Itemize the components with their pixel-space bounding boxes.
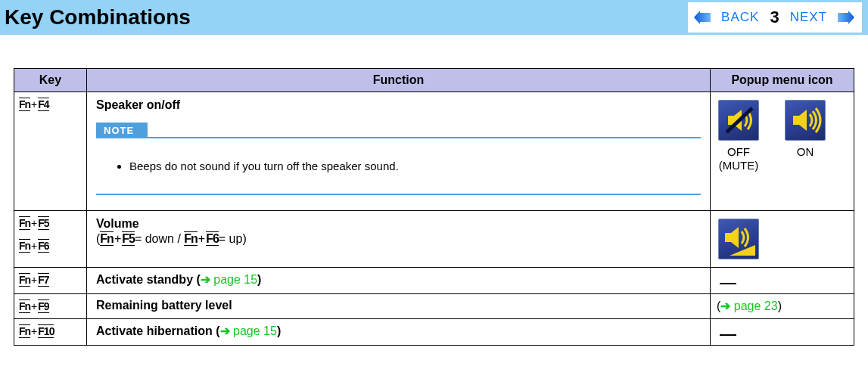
icon-cell: [711, 211, 854, 268]
next-arrow-icon[interactable]: [838, 11, 854, 24]
function-cell: Volume (Fn+F5= down / Fn+F6= up): [87, 211, 711, 268]
svg-marker-4: [793, 110, 807, 131]
back-link[interactable]: BACK: [721, 10, 759, 25]
icon-cell: [711, 319, 854, 346]
next-link[interactable]: NEXT: [790, 10, 827, 25]
table-row: Fn+F7 Activate standby (➔ page 15): [14, 268, 854, 294]
icon-cell: (➔ page 23): [711, 294, 854, 319]
volume-detail: (Fn+F5= down / Fn+F6= up): [96, 232, 701, 246]
speaker-volume-icon: [718, 219, 759, 259]
key-cell: Fn+F4: [14, 92, 87, 211]
th-function: Function: [87, 69, 711, 92]
svg-marker-6: [730, 245, 755, 256]
content-area: Key Function Popup menu icon Fn+F4 Speak…: [0, 35, 868, 346]
arrow-right-icon: ➔: [220, 324, 233, 337]
key-f: F4: [38, 98, 48, 111]
note-box: NOTE Beeps do not sound if you turn off …: [96, 123, 701, 195]
key-cell: Fn+F7: [14, 268, 87, 294]
page-number: 3: [770, 8, 779, 27]
table-row: Fn+F9 Remaining battery level (➔ page 23…: [14, 294, 854, 319]
table-row: Fn+F4 Speaker on/off NOTE Beeps do not s…: [14, 92, 854, 211]
page-link[interactable]: page 23: [734, 299, 778, 312]
page-header: Key Combinations BACK 3 NEXT: [0, 0, 868, 35]
svg-marker-1: [838, 11, 854, 24]
page-link[interactable]: page 15: [233, 324, 277, 337]
nav-bar: BACK 3 NEXT: [688, 2, 862, 33]
th-icon: Popup menu icon: [711, 69, 854, 92]
function-title: Volume: [96, 217, 701, 231]
note-label: NOTE: [96, 123, 148, 138]
table-row: Fn+F10 Activate hibernation (➔ page 15): [14, 319, 854, 346]
no-icon-dash: [720, 283, 736, 284]
function-cell: Speaker on/off NOTE Beeps do not sound i…: [87, 92, 711, 211]
th-key: Key: [14, 69, 87, 92]
key-combinations-table: Key Function Popup menu icon Fn+F4 Speak…: [14, 68, 854, 346]
function-cell: Activate standby (➔ page 15): [87, 268, 711, 294]
icon-cell: OFF(MUTE) ON: [711, 92, 854, 211]
function-title: Speaker on/off: [96, 98, 701, 112]
page-link[interactable]: page 15: [213, 273, 257, 286]
note-list: Beeps do not sound if you turn off the s…: [96, 151, 701, 182]
svg-marker-5: [725, 227, 739, 248]
key-cell: Fn+F5 Fn+F6: [14, 211, 87, 268]
key-fn: Fn: [19, 98, 30, 111]
icon-off: OFF(MUTE): [718, 100, 759, 172]
page-title: Key Combinations: [5, 5, 191, 29]
key-cell: Fn+F9: [14, 294, 87, 319]
speaker-mute-icon: [718, 100, 759, 141]
note-item: Beeps do not sound if you turn off the s…: [129, 160, 701, 172]
no-icon-dash: [720, 334, 736, 336]
arrow-right-icon: ➔: [201, 273, 213, 286]
table-row: Fn+F5 Fn+F6 Volume (Fn+F5= down / Fn+F6=…: [14, 211, 854, 268]
back-arrow-icon[interactable]: [694, 11, 711, 24]
icon-off-label: OFF(MUTE): [719, 145, 759, 172]
function-title: Remaining battery level: [96, 299, 232, 312]
key-cell: Fn+F10: [14, 319, 87, 346]
icon-cell: [711, 268, 854, 294]
function-cell: Remaining battery level: [87, 294, 711, 319]
svg-marker-0: [694, 11, 711, 24]
speaker-on-icon: [785, 100, 826, 141]
icon-on: ON: [785, 100, 826, 172]
icon-on-label: ON: [797, 145, 814, 159]
arrow-right-icon: ➔: [720, 299, 733, 312]
function-cell: Activate hibernation (➔ page 15): [87, 319, 711, 346]
key-plus: +: [30, 98, 38, 110]
